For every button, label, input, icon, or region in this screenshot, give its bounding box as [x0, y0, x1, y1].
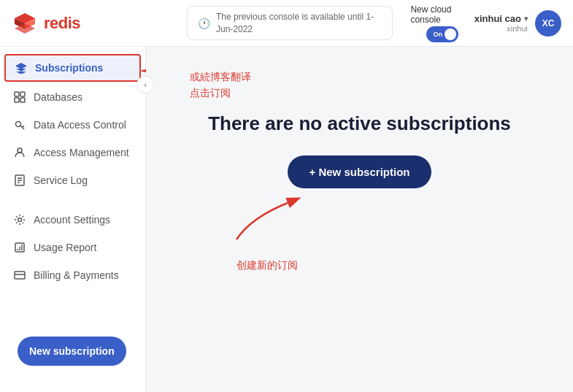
sidebar: ‹ Subscriptions Databases [0, 47, 146, 392]
sidebar-bottom: New subscription [0, 328, 145, 386]
notice-text: The previous console is available until … [216, 11, 382, 36]
new-subscription-main-button[interactable]: + New subscription [288, 155, 432, 188]
file-text-icon [13, 174, 26, 187]
empty-state: There are no active subscriptions + New … [208, 112, 511, 188]
sidebar-item-databases[interactable]: Databases [0, 83, 145, 111]
toggle-on-label: On [434, 31, 443, 38]
annotation-bottom: 创建新的订阅 [236, 259, 298, 272]
sidebar-item-label: Service Log [34, 174, 88, 186]
sidebar-item-label: Subscriptions [35, 62, 103, 74]
user-name[interactable]: xinhui cao ▾ [474, 13, 528, 24]
sidebar-item-billing-payments[interactable]: Billing & Payments [0, 261, 145, 289]
settings-icon [13, 213, 26, 226]
new-console-label: New cloud console [410, 4, 474, 25]
sidebar-item-subscriptions[interactable]: Subscriptions [4, 54, 141, 82]
header: redis 🕐 The previous console is availabl… [0, 0, 573, 47]
sidebar-item-label: Databases [34, 91, 82, 103]
header-center: 🕐 The previous console is available unti… [158, 4, 474, 42]
key-icon [13, 118, 26, 131]
logo-area: redis [12, 10, 158, 36]
report-icon [13, 241, 26, 254]
svg-rect-6 [20, 92, 25, 96]
sidebar-item-label: Usage Report [34, 242, 96, 253]
clock-icon: 🕐 [198, 18, 210, 29]
sidebar-item-label: Access Management [34, 147, 129, 158]
annotation-top: 或続博客翻译 点击订阅 [190, 69, 251, 101]
grid-icon [13, 91, 26, 104]
console-notice: 🕐 The previous console is available unti… [187, 6, 393, 41]
sidebar-item-label: Data Access Control [34, 119, 126, 131]
user-info: xinhui cao ▾ xinhui [474, 13, 528, 33]
layers-icon [15, 61, 28, 74]
svg-rect-8 [20, 98, 25, 102]
billing-icon [13, 269, 26, 282]
sidebar-item-usage-report[interactable]: Usage Report [0, 234, 145, 261]
svg-point-9 [16, 122, 21, 127]
collapse-button[interactable]: ‹ [136, 76, 154, 93]
logo-text: redis [44, 14, 80, 33]
main-content: 或続博客翻译 点击订阅 There are no active subscrip… [146, 47, 573, 392]
user-subtitle: xinhui [507, 24, 528, 33]
new-subscription-sidebar-button[interactable]: New subscription [18, 337, 126, 366]
svg-point-15 [18, 218, 22, 222]
toggle-switch[interactable]: On [426, 26, 458, 42]
sidebar-item-data-access-control[interactable]: Data Access Control [0, 111, 145, 139]
chevron-down-icon: ▾ [524, 15, 528, 23]
sidebar-item-label: Billing & Payments [34, 269, 119, 281]
avatar[interactable]: XC [535, 10, 561, 36]
sidebar-item-account-settings[interactable]: Account Settings [0, 206, 145, 234]
sidebar-item-label: Account Settings [34, 214, 110, 226]
svg-point-10 [18, 148, 22, 153]
person-icon [13, 146, 26, 159]
sidebar-item-service-log[interactable]: Service Log [0, 166, 145, 194]
svg-rect-20 [15, 272, 25, 279]
svg-rect-5 [15, 92, 19, 96]
svg-rect-7 [15, 98, 19, 102]
header-right: xinhui cao ▾ xinhui XC [474, 10, 561, 36]
redis-logo-icon [12, 10, 38, 36]
empty-state-title: There are no active subscriptions [208, 112, 511, 135]
main-arrow-icon [222, 188, 317, 247]
layout: ‹ Subscriptions Databases [0, 47, 573, 392]
sidebar-item-access-management[interactable]: Access Management [0, 139, 145, 166]
new-console-toggle[interactable]: New cloud console On [410, 4, 474, 42]
